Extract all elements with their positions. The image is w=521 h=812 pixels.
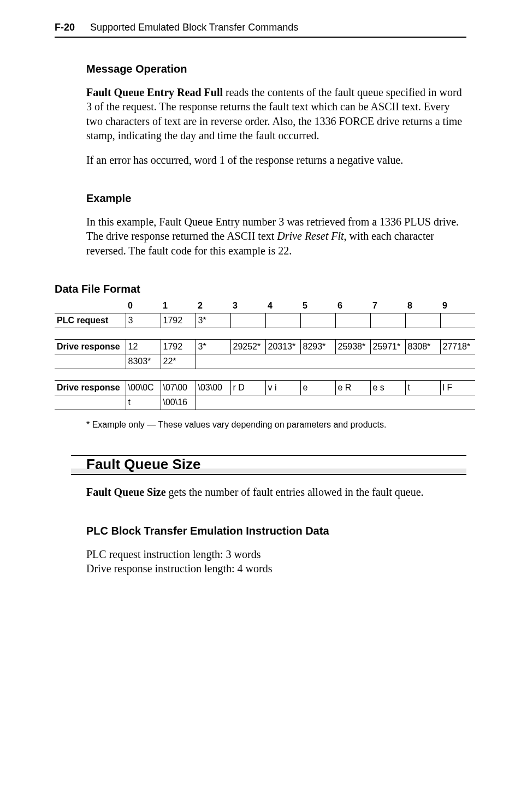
heading-plc-instruction: PLC Block Transfer Emulation Instruction… [86,525,466,537]
row-label: PLC request [55,313,126,328]
table-row: t \00\16 [55,395,475,410]
cell [440,313,475,328]
cell: 22* [161,354,196,369]
cell [440,354,475,369]
cell: e R [335,381,370,395]
cell: l F [440,381,475,395]
cell [440,395,475,410]
cell: 25938* [335,340,370,354]
cell [370,354,405,369]
cell [265,313,300,328]
cell: t [126,395,161,410]
cell: 1792 [161,340,196,354]
cell: 20313* [265,340,300,354]
cell [370,313,405,328]
col-head: 3 [230,299,265,313]
page-header: F-20 Supported Emulated Block Transfer C… [55,22,466,38]
cell [300,395,335,410]
body-rest: gets the number of fault entries allowed… [166,486,424,498]
cell [230,354,265,369]
cell: 3* [196,340,230,354]
cell [335,395,370,410]
row-label: Drive response [55,381,126,395]
cell: 8308* [405,340,440,354]
cell [300,313,335,328]
paragraph: In this example, Fault Queue Entry numbe… [86,215,466,258]
cell [335,354,370,369]
cell [335,313,370,328]
heading-example: Example [86,192,466,205]
col-head: 9 [440,299,475,313]
cell: \07\00 [161,381,196,395]
heading-feature: Fault Queue Size [71,456,466,475]
cell: e s [370,381,405,395]
paragraph: Fault Queue Size gets the number of faul… [86,485,466,499]
cell [230,313,265,328]
paragraph: If an error has occurred, word 1 of the … [86,153,466,167]
col-head: 0 [126,299,161,313]
col-head: 7 [370,299,405,313]
lead-bold: Fault Queue Entry Read Full [86,86,223,98]
table-header-row: 0 1 2 3 4 5 6 7 8 9 [55,299,475,313]
cell: 3 [126,313,161,328]
data-table: 0 1 2 3 4 5 6 7 8 9 PLC request 3 1792 3… [55,299,475,410]
cell: \03\00 [196,381,230,395]
cell: 8303* [126,354,161,369]
cell: v i [265,381,300,395]
page-header-title: Supported Emulated Block Transfer Comman… [90,22,298,33]
col-head: 4 [265,299,300,313]
page-number: F-20 [55,22,75,33]
row-label: Drive response [55,340,126,354]
cell: 27718* [440,340,475,354]
cell: \00\0C [126,381,161,395]
cell: 8293* [300,340,335,354]
cell [196,395,230,410]
cell: t [405,381,440,395]
table-row: Drive response \00\0C \07\00 \03\00 r D … [55,381,475,395]
cell [300,354,335,369]
cell: 25971* [370,340,405,354]
line: PLC request instruction length: 3 words [86,548,260,560]
italic-text: Drive Reset Flt [277,230,344,242]
cell: 12 [126,340,161,354]
heading-data-file: Data File Format [55,283,466,295]
paragraph: Fault Queue Entry Read Full reads the co… [86,85,466,143]
cell [230,395,265,410]
table-row: PLC request 3 1792 3* [55,313,475,328]
table-row: Drive response 12 1792 3* 29252* 20313* … [55,340,475,354]
cell [265,395,300,410]
line: Drive response instruction length: 4 wor… [86,562,273,574]
table-row: 8303* 22* [55,354,475,369]
cell: r D [230,381,265,395]
cell [370,395,405,410]
paragraph: PLC request instruction length: 3 words … [86,547,466,576]
cell [405,395,440,410]
cell: \00\16 [161,395,196,410]
col-head: 6 [335,299,370,313]
cell: 29252* [230,340,265,354]
col-head: 2 [196,299,230,313]
cell [265,354,300,369]
col-head: 5 [300,299,335,313]
table-footnote: * Example only — These values vary depen… [86,420,466,430]
cell: 3* [196,313,230,328]
cell [405,354,440,369]
heading-message-operation: Message Operation [86,63,466,75]
cell: e [300,381,335,395]
lead-bold: Fault Queue Size [86,486,166,498]
col-head: 1 [161,299,196,313]
col-head: 8 [405,299,440,313]
cell: 1792 [161,313,196,328]
cell [405,313,440,328]
cell [196,354,230,369]
